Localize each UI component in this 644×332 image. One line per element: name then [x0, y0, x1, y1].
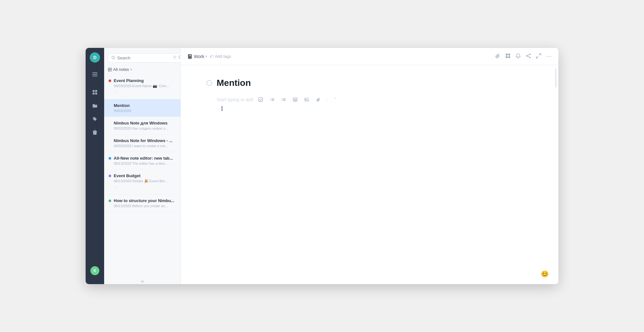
- note-item-meta: 09/03/2020 Event Name 📷: Com...: [109, 84, 176, 88]
- editor-content[interactable]: Start typing or add 1: [181, 65, 558, 284]
- user-avatar-d[interactable]: D: [90, 52, 100, 63]
- hamburger-icon[interactable]: [89, 68, 101, 80]
- icon-sidebar: D: [86, 48, 104, 284]
- svg-rect-22: [508, 56, 510, 58]
- ordered-list-format-icon[interactable]: 1 2 3: [268, 96, 276, 103]
- note-item-header: Mention: [109, 103, 176, 108]
- cursor-row: ···: [217, 106, 533, 111]
- search-input[interactable]: [117, 56, 171, 60]
- svg-rect-4: [95, 90, 97, 92]
- attach-format-icon[interactable]: [314, 96, 322, 103]
- table-format-icon[interactable]: [291, 96, 299, 103]
- notebook-selector[interactable]: 📓 Work ▾: [187, 54, 207, 59]
- note-item-header: Nimbus Note for Windows - ...: [109, 138, 176, 143]
- svg-point-7: [94, 118, 94, 118]
- note-item-title: Event Budget: [114, 173, 141, 178]
- note-item-nimbus-windows-ru[interactable]: Nimbus Note для Windows 09/03/2020 Как с…: [104, 117, 180, 134]
- svg-rect-6: [95, 93, 97, 94]
- note-item-title: Mention: [114, 103, 130, 108]
- notes-list-icon: [108, 68, 112, 72]
- more-toolbar-icon[interactable]: ···: [546, 54, 552, 59]
- block-dots-icon[interactable]: ···: [217, 106, 221, 111]
- note-item-event-budget[interactable]: Event Budget 08/13/2020 Details 🎉 Event …: [104, 170, 180, 194]
- add-tags-button[interactable]: 🏷 Add tags: [210, 54, 231, 59]
- svg-point-24: [526, 56, 527, 57]
- svg-point-8: [112, 56, 114, 59]
- note-dot: [109, 175, 111, 177]
- title-status-circle[interactable]: [206, 80, 212, 86]
- note-item-title: Nimbus Note для Windows: [114, 121, 167, 125]
- all-notes-filter[interactable]: All notes ▾: [108, 67, 132, 72]
- note-dot: [109, 157, 111, 160]
- svg-rect-41: [293, 98, 297, 102]
- svg-rect-1: [92, 74, 97, 75]
- toolbar-right: ···: [495, 53, 552, 59]
- note-item-nimbus-windows-en[interactable]: Nimbus Note for Windows - ... 09/02/2020…: [104, 134, 180, 152]
- note-heart-icon[interactable]: ♡: [114, 185, 117, 190]
- notebook-label: Work: [194, 54, 204, 59]
- note-item-how-to-structure[interactable]: How to structure your Nimbu... 08/13/202…: [104, 194, 180, 212]
- note-item-meta: 09/03/2020: [109, 109, 176, 113]
- app-window: D: [86, 48, 558, 284]
- editor-toolbar: 📓 Work ▾ 🏷 Add tags: [181, 48, 558, 65]
- search-box[interactable]: [108, 53, 186, 63]
- notes-header: +: [104, 48, 180, 66]
- editor-body[interactable]: Start typing or add 1: [206, 96, 533, 111]
- svg-rect-19: [506, 54, 508, 56]
- note-dot: [109, 200, 111, 202]
- svg-rect-21: [506, 56, 508, 58]
- filter-icon[interactable]: [173, 56, 177, 60]
- note-item-title: All-New note editor: new tab...: [114, 156, 173, 161]
- all-notes-label-text: All notes: [113, 67, 129, 72]
- user-avatar-k[interactable]: K: [90, 266, 99, 275]
- notes-list: Event Planning 09/03/2020 Event Name 📷: …: [104, 74, 180, 279]
- editor-placeholder-row: Start typing or add 1: [217, 96, 533, 103]
- note-item-header: Event Budget: [109, 173, 176, 178]
- tag-icon[interactable]: [89, 113, 101, 125]
- attachment-toolbar-icon[interactable]: [495, 53, 500, 59]
- editor-scrollbar[interactable]: [555, 68, 556, 87]
- editor-area: 📓 Work ▾ 🏷 Add tags: [181, 48, 558, 284]
- note-title-input[interactable]: [217, 78, 533, 88]
- notebook-arrow-icon: ▾: [205, 55, 207, 58]
- unordered-list-format-icon[interactable]: [280, 96, 288, 103]
- grid-view-toolbar-icon[interactable]: [505, 53, 510, 59]
- editor-placeholder: Start typing or add: [217, 97, 253, 102]
- format-divider: [326, 97, 327, 102]
- svg-rect-2: [92, 76, 97, 76]
- svg-point-39: [282, 99, 282, 100]
- svg-line-27: [527, 56, 530, 57]
- note-item-mention[interactable]: Mention 09/03/2020: [104, 99, 180, 117]
- scroll-down-button[interactable]: [104, 279, 180, 284]
- svg-rect-3: [93, 90, 95, 92]
- note-item-event-planning[interactable]: Event Planning 09/03/2020 Event Name 📷: …: [104, 74, 180, 99]
- note-item-header: How to structure your Nimbu...: [109, 198, 176, 203]
- svg-rect-28: [259, 98, 263, 102]
- note-item-all-new-editor[interactable]: All-New note editor: new tab... 08/13/20…: [104, 152, 180, 170]
- emoji-button[interactable]: 😊: [541, 270, 549, 278]
- expand-toolbar-icon[interactable]: [536, 53, 541, 59]
- toolbar-left: 📓 Work ▾ 🏷 Add tags: [187, 54, 231, 59]
- svg-line-9: [114, 59, 115, 60]
- share-toolbar-icon[interactable]: [526, 53, 531, 59]
- notebook-icon: 📓: [187, 54, 193, 59]
- note-item-meta: 08/13/2020 Details 🎉 Event Birt...: [109, 179, 176, 183]
- note-item-title: Nimbus Note for Windows - ...: [114, 138, 172, 143]
- svg-rect-20: [508, 54, 510, 56]
- notes-panel: + All notes ▾ Event Planning 09/03/20: [104, 48, 181, 284]
- folder-icon[interactable]: [89, 100, 101, 112]
- note-heart-icon[interactable]: ♡: [114, 90, 117, 95]
- checkbox-format-icon[interactable]: [257, 96, 264, 103]
- note-item-header: Nimbus Note для Windows: [109, 121, 176, 125]
- note-item-meta: 09/03/2020 Как создать новую з...: [109, 126, 176, 130]
- image-format-icon[interactable]: [303, 96, 310, 103]
- grid-icon[interactable]: [89, 86, 101, 98]
- trash-icon[interactable]: [89, 126, 101, 139]
- svg-point-38: [282, 98, 282, 99]
- note-dot: [109, 79, 111, 82]
- search-icon: [111, 56, 115, 60]
- note-item-meta: 08/13/2020 The editor has a bloc...: [109, 162, 176, 165]
- bell-toolbar-icon[interactable]: [516, 53, 521, 59]
- expand-format-icon[interactable]: ˅: [331, 96, 339, 103]
- note-item-header: All-New note editor: new tab...: [109, 156, 176, 161]
